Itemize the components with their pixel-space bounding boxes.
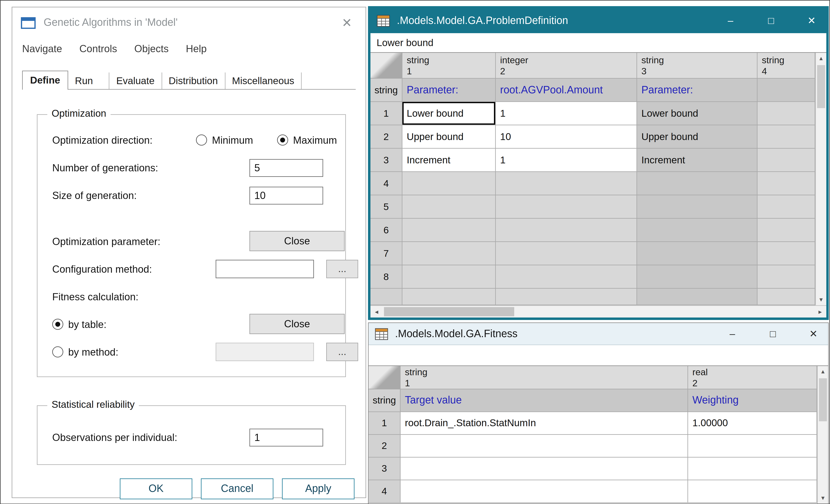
row-header[interactable] xyxy=(371,289,403,305)
table-cell[interactable]: 1 xyxy=(496,102,637,125)
row-header[interactable]: 2 xyxy=(371,125,403,148)
table-cell[interactable]: Increment xyxy=(637,148,758,172)
table-cell[interactable] xyxy=(758,242,815,265)
table-cell[interactable] xyxy=(403,172,496,195)
table-cell[interactable] xyxy=(758,289,815,305)
generations-input[interactable] xyxy=(249,159,323,177)
table-cell[interactable] xyxy=(496,195,637,219)
tab-evaluate[interactable]: Evaluate xyxy=(109,72,162,89)
table-cell[interactable] xyxy=(758,265,815,289)
column-header-1[interactable]: string 1 xyxy=(403,53,496,78)
formula-bar[interactable]: Lower bound xyxy=(371,33,826,53)
table-cell[interactable] xyxy=(637,242,758,265)
table-cell[interactable] xyxy=(688,435,817,458)
selected-cell[interactable]: Lower bound xyxy=(403,102,496,125)
horizontal-scrollbar[interactable]: ◄ ► xyxy=(371,305,826,317)
column-header-3[interactable]: string 3 xyxy=(637,53,758,78)
table-cell[interactable] xyxy=(758,219,815,242)
table-cell[interactable] xyxy=(496,289,637,305)
table-cell[interactable]: root.AGVPool.Amount xyxy=(496,78,637,102)
maximum-radio[interactable]: Maximum xyxy=(277,131,337,149)
table-cell[interactable] xyxy=(403,242,496,265)
table-cell[interactable]: Weighting xyxy=(688,389,817,412)
row-header[interactable]: string xyxy=(371,78,403,102)
table-cell[interactable] xyxy=(496,219,637,242)
table-corner[interactable] xyxy=(371,53,403,78)
tab-distribution[interactable]: Distribution xyxy=(162,72,225,89)
menu-item-navigate[interactable]: Navigate xyxy=(22,43,62,55)
column-header-2[interactable]: integer 2 xyxy=(496,53,637,78)
menu-item-help[interactable]: Help xyxy=(186,43,207,55)
table-cell[interactable]: Upper bound xyxy=(637,125,758,148)
scroll-right-icon[interactable]: ► xyxy=(814,306,826,317)
table-cell[interactable] xyxy=(403,289,496,305)
scroll-down-icon[interactable]: ▼ xyxy=(816,294,826,305)
row-header[interactable]: 3 xyxy=(371,148,403,172)
table-cell[interactable] xyxy=(401,435,688,458)
row-header[interactable]: 6 xyxy=(371,219,403,242)
table-cell[interactable] xyxy=(758,172,815,195)
table-cell[interactable] xyxy=(688,458,817,480)
table-cell[interactable] xyxy=(758,78,815,102)
table-cell[interactable]: Parameter: xyxy=(637,78,758,102)
row-header[interactable]: 5 xyxy=(371,195,403,219)
column-header-2[interactable]: real 2 xyxy=(688,366,817,389)
scroll-down-icon[interactable]: ▼ xyxy=(818,493,828,504)
optimization-parameter-close-button[interactable]: Close xyxy=(249,231,345,251)
formula-bar[interactable] xyxy=(369,345,828,366)
scroll-up-icon[interactable]: ▲ xyxy=(816,53,826,64)
table-corner[interactable] xyxy=(369,366,401,389)
table-cell[interactable] xyxy=(758,148,815,172)
table-cell[interactable] xyxy=(403,219,496,242)
configuration-method-browse-button[interactable]: ... xyxy=(326,260,358,278)
table-cell[interactable] xyxy=(758,102,815,125)
minimum-radio[interactable]: Minimum xyxy=(196,131,253,149)
minimize-icon[interactable]: – xyxy=(720,16,741,26)
close-icon[interactable]: ✕ xyxy=(802,329,825,339)
row-header[interactable]: 1 xyxy=(371,102,403,125)
by-table-close-button[interactable]: Close xyxy=(249,314,345,334)
column-header-1[interactable]: string 1 xyxy=(401,366,688,389)
menu-item-objects[interactable]: Objects xyxy=(134,43,169,55)
row-header[interactable]: 1 xyxy=(369,412,401,435)
row-header[interactable]: 8 xyxy=(371,265,403,289)
table-cell[interactable] xyxy=(688,480,817,503)
menu-item-controls[interactable]: Controls xyxy=(79,43,117,55)
table-cell[interactable] xyxy=(758,195,815,219)
row-header[interactable]: string xyxy=(369,389,401,412)
generation-size-input[interactable] xyxy=(249,187,323,204)
table-cell[interactable]: Lower bound xyxy=(637,102,758,125)
table-cell[interactable] xyxy=(401,480,688,503)
table-cell[interactable] xyxy=(637,172,758,195)
table-cell[interactable]: Increment xyxy=(403,148,496,172)
row-header[interactable]: 4 xyxy=(369,480,401,503)
table-cell[interactable]: root.Drain_.Station.StatNumIn xyxy=(401,412,688,435)
horizontal-scroll-thumb[interactable] xyxy=(384,307,514,316)
by-method-radio[interactable]: by method: xyxy=(52,343,118,361)
table-cell[interactable]: Target value xyxy=(401,389,688,412)
row-header[interactable]: 7 xyxy=(371,242,403,265)
table-cell[interactable]: Upper bound xyxy=(403,125,496,148)
maximize-icon[interactable]: □ xyxy=(762,329,784,339)
by-table-radio[interactable]: by table: xyxy=(52,315,106,334)
by-method-browse-button[interactable]: ... xyxy=(326,343,358,361)
table-cell[interactable] xyxy=(637,289,758,305)
close-icon[interactable]: ✕ xyxy=(800,16,823,26)
table-cell[interactable] xyxy=(403,195,496,219)
vertical-scrollbar[interactable]: ▲ ▼ xyxy=(817,366,828,504)
table-cell[interactable] xyxy=(637,265,758,289)
column-header-4[interactable]: string 4 xyxy=(758,53,815,78)
row-header[interactable]: 2 xyxy=(369,435,401,458)
table-cell[interactable]: Parameter: xyxy=(403,78,496,102)
configuration-method-input[interactable] xyxy=(216,260,314,278)
table-cell[interactable] xyxy=(401,458,688,480)
table-cell[interactable] xyxy=(637,219,758,242)
tab-define[interactable]: Define xyxy=(22,71,68,90)
cancel-button[interactable]: Cancel xyxy=(201,478,274,499)
vertical-scrollbar[interactable]: ▲ ▼ xyxy=(815,53,826,305)
table-cell[interactable] xyxy=(637,195,758,219)
vertical-scroll-thumb[interactable] xyxy=(819,378,827,421)
table-cell[interactable]: 1.00000 xyxy=(688,412,817,435)
table-cell[interactable] xyxy=(496,172,637,195)
table-cell[interactable] xyxy=(496,242,637,265)
